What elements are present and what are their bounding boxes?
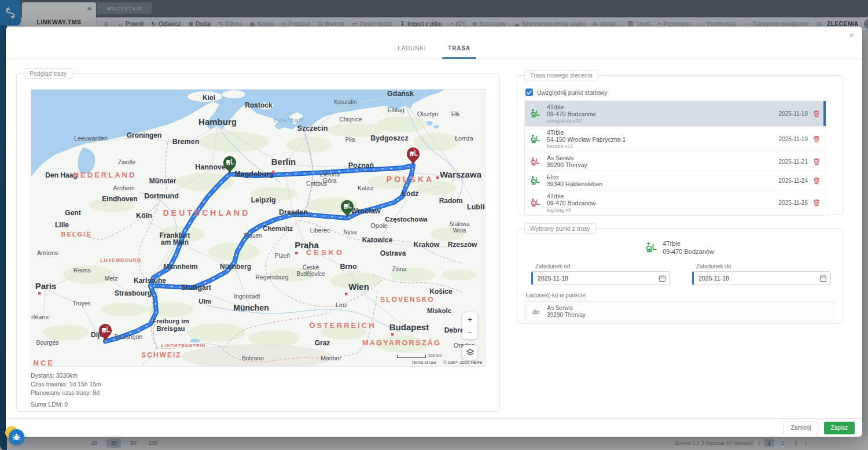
map-layers-button[interactable] [462,345,477,360]
forklift-unload-icon [531,198,542,208]
map-country-label: LUXEMBOURG [100,257,141,263]
map-city-label: Münster [149,177,176,185]
map-city-label: Ostrava [380,249,406,257]
start-point-label: Uwzględnij punkt startowy [537,89,607,96]
map-city-label: Troyes [72,300,91,307]
map-city-label: Nürnberg [220,263,251,271]
map-country-label: SCHWEIZ [141,351,181,359]
start-point-checkbox[interactable] [525,88,533,96]
close-icon[interactable]: × [849,30,854,40]
route-map[interactable]: KielRostockGdańskKoszalinElblągOlsztynEł… [31,89,486,367]
forklift-unload-icon [531,157,542,167]
calendar-icon[interactable] [819,275,827,282]
map-city-label: Nysa [344,229,357,235]
delete-stop-button[interactable] [813,135,820,143]
stop-date: 2025-11-18 [779,110,808,117]
map-city-label: České [303,264,319,271]
map-city-label: Elbląg [387,106,404,113]
route-stop-row[interactable]: Elco39340 Haldensleben2025-11-24 [525,171,826,190]
map-city-label: München [233,303,269,312]
map-city-label: Wrocław [351,207,380,215]
stop-company: 4Trble [547,129,626,136]
stop-cargo: beczka x12 [547,143,626,149]
map-city-label: Wien [348,282,369,292]
bug-icon [12,433,21,441]
map-attribution: Terms of use © 1987–2025 HERE [411,360,483,365]
stop-date: 2025-11-19 [779,136,808,142]
stops-list: 4Trble09-470 Bodzanóweuropaleta x332025-… [524,101,826,216]
map-stat: Suma LDM: 0 [31,401,101,408]
map-country-label: POLSKA [387,175,434,184]
calendar-icon[interactable] [659,275,666,282]
selected-point-section: Wybrany punkt z trasy 4Trble 09-470 Bodz… [517,228,843,324]
check-icon [527,90,532,95]
map-city-label: Chojnice [340,116,362,123]
map-city-label: Lille [55,221,69,229]
map-city-label: Liberec [310,227,330,234]
map-city-label: Gdańsk [387,90,414,98]
route-list-legend: Trasa nowego zlecenia [524,70,598,80]
route-stop-row[interactable]: As Serwis39290 Thervay2025-11-21 [525,152,826,171]
route-stop-row[interactable]: 4Trble09-470 Bodzanówbig bag x42025-11-2… [525,190,826,215]
map-city-label: Warszawa [440,169,482,179]
map-city-label: Kalisz [358,185,374,191]
delete-stop-button[interactable] [813,177,820,185]
delete-stop-button[interactable] [813,199,820,206]
map-city-label: Szczecin [297,124,328,132]
map-city-label: Wola [453,227,466,234]
selected-company: 4Trble [663,239,714,248]
close-button[interactable]: Zamknij [783,422,819,434]
zoom-in-button[interactable]: + [462,312,477,326]
map-city-label: Linz [336,301,347,308]
date-to-input[interactable]: 2025-11-18 [692,271,831,285]
layers-icon [466,348,475,357]
modal-footer: Zamknij Zapisz [6,418,862,437]
map-section: Podgląd trasy [16,73,500,412]
map-city-label: Paris [35,281,57,291]
map-city-label: Leeuwarden [74,135,108,142]
map-zoom-controls: + − [462,312,477,339]
delete-stop-button[interactable] [813,158,820,165]
map-country-label: LIECHTENSTEIN [161,343,206,348]
route-stop-row[interactable]: 4Trble09-470 Bodzanóweuropaleta x332025-… [525,101,826,127]
map-city-label: Łomża [455,135,473,142]
stop-date: 2025-11-24 [779,178,808,184]
route-modal: × ŁADUNKI TRASA Podgląd trasy [6,27,862,437]
tab-ladunki[interactable]: ŁADUNKI [388,39,435,59]
map-city-label: Opole [370,222,387,229]
map-city-label: Zwolle [118,158,136,165]
map-city-label: Kraków [413,241,439,249]
route-stop-row[interactable]: 4Trble54-150 Wrocław Fabryczna 1beczka x… [525,127,826,152]
map-city-label: Maribor [321,355,341,362]
scale-bar [397,355,426,358]
save-button[interactable]: Zapisz [824,422,855,434]
map-section-legend: Podgląd trasy [24,68,72,79]
date-from-input[interactable]: 2025-11-18 [531,271,670,285]
forklift-load-icon [646,242,657,253]
zoom-out-button[interactable]: − [462,326,477,339]
stop-address: 09-470 Bodzanów [547,200,596,206]
selected-address: 09-470 Bodzanów [663,248,714,256]
map-city-label: Karlsruhe [134,276,166,285]
date-to-label: Załadunek do [696,263,831,270]
route-stats: Dystans: 3030kmCzas trwania: 1d 15h 15mP… [31,372,101,410]
bug-report-button[interactable] [9,429,24,445]
stop-address: 39340 Haldensleben [547,180,602,187]
map-city-label: Budějovice [297,271,325,277]
map-city-label: Brno [340,263,357,271]
map-city-label: Berlin [271,157,296,167]
map-city-label: Leipzig [251,196,275,204]
tab-trasa[interactable]: TRASA [439,39,479,59]
map-city-label: Eindhoven [102,195,137,203]
map-water-label: Oderhaff [274,117,304,123]
map-city-label: Reims [73,267,91,274]
map-city-label: Den Haag [45,171,77,179]
cargo-company: As Serwis [547,305,586,312]
map-city-label: Plzeň [275,252,290,259]
delete-stop-button[interactable] [813,110,820,117]
modal-tabs: ŁADUNKI TRASA [6,27,862,60]
map-city-label: Regensburg [255,274,288,281]
map-city-label: Köln [136,212,152,220]
terms-link[interactable]: Terms of use [411,360,436,365]
map-city-label: Žilina [392,265,406,272]
